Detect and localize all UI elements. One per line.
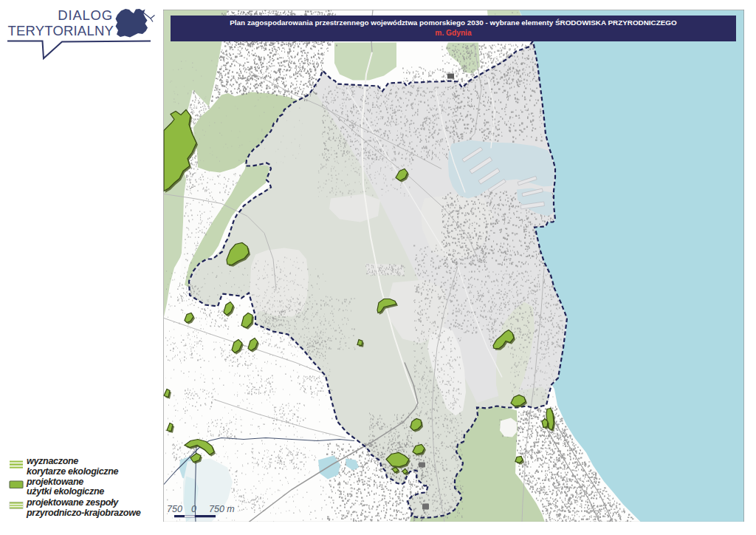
svg-text:750 m: 750 m [209, 503, 235, 514]
svg-text:750: 750 [167, 503, 182, 514]
svg-text:DIALOG: DIALOG [58, 7, 113, 23]
svg-text:0: 0 [191, 503, 196, 514]
svg-text:TERYTORIALNY: TERYTORIALNY [7, 23, 114, 38]
